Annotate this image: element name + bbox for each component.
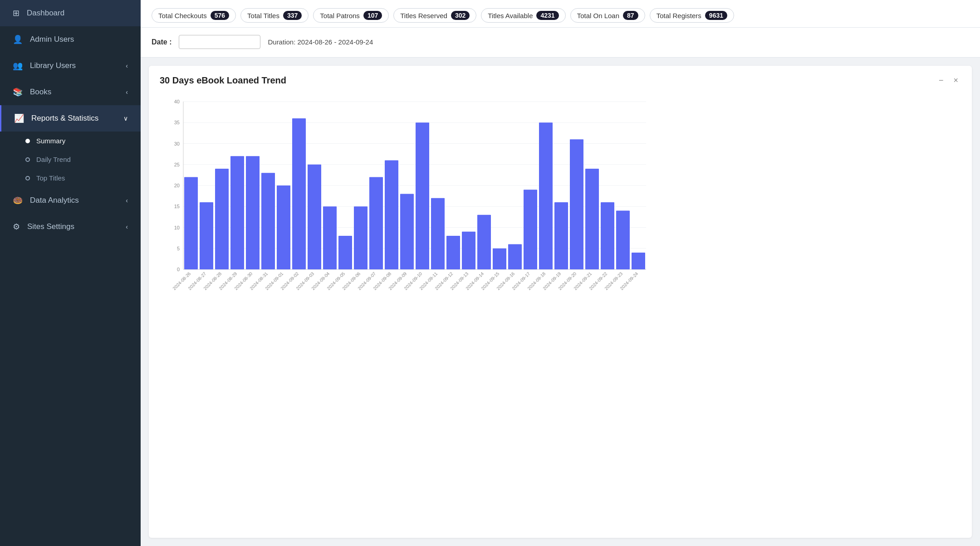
stat-total-registers: Total Registers 9631 <box>650 8 734 23</box>
duration-text: Duration: 2024-08-26 - 2024-09-24 <box>268 38 373 46</box>
stat-value: 302 <box>451 11 470 20</box>
chart-area: 30 Days eBook Loaned Trend − × 051015202… <box>149 66 972 538</box>
sidebar-item-reports[interactable]: 📈 Reports & Statistics ∨ <box>0 105 141 132</box>
svg-text:0: 0 <box>177 267 180 272</box>
stat-value: 337 <box>283 11 302 20</box>
svg-rect-30 <box>261 173 275 269</box>
date-row: Date : Duration: 2024-08-26 - 2024-09-24 <box>141 28 980 58</box>
svg-text:25: 25 <box>174 162 180 167</box>
stat-value: 4231 <box>536 11 559 20</box>
svg-text:40: 40 <box>174 99 180 104</box>
chart-header: 30 Days eBook Loaned Trend − × <box>160 75 961 86</box>
stat-value: 107 <box>363 11 382 20</box>
dot-icon <box>25 176 30 180</box>
svg-rect-36 <box>308 165 321 269</box>
sidebar-sub-label: Summary <box>36 137 65 145</box>
chevron-icon: ‹ <box>126 223 128 230</box>
stat-total-patrons: Total Patrons 107 <box>313 8 389 23</box>
reports-icon: 📈 <box>14 113 24 123</box>
svg-rect-76 <box>616 211 630 270</box>
stat-value: 87 <box>623 11 638 20</box>
dot-icon <box>25 157 30 162</box>
stat-label: Total Checkouts <box>158 12 207 20</box>
sidebar-item-dashboard[interactable]: ⊞ Dashboard <box>0 0 141 26</box>
chart-controls: − × <box>936 75 961 86</box>
chevron-icon: ‹ <box>126 88 128 96</box>
svg-rect-28 <box>246 156 260 269</box>
chevron-down-icon: ∨ <box>123 115 128 122</box>
dashboard-icon: ⊞ <box>13 8 20 18</box>
sidebar-item-label: Reports & Statistics <box>31 114 98 123</box>
chart-close-button[interactable]: × <box>951 75 961 86</box>
stat-label: Titles Reserved <box>400 12 447 20</box>
svg-rect-20 <box>184 177 198 270</box>
stat-label: Titles Available <box>488 12 533 20</box>
svg-rect-42 <box>354 206 368 269</box>
stat-value: 9631 <box>705 11 727 20</box>
sidebar-sub-item-summary[interactable]: Summary <box>0 132 141 150</box>
svg-rect-24 <box>215 169 229 269</box>
sidebar-item-admin-users[interactable]: 👤 Admin Users <box>0 26 141 53</box>
chart-minimize-button[interactable]: − <box>936 75 946 86</box>
sidebar-item-books[interactable]: 📚 Books ‹ <box>0 79 141 105</box>
svg-rect-32 <box>277 185 290 269</box>
chevron-icon: ‹ <box>126 62 128 69</box>
data-analytics-icon: 🍩 <box>13 195 23 205</box>
svg-rect-56 <box>462 232 475 269</box>
date-input[interactable] <box>179 35 260 49</box>
stat-total-titles: Total Titles 337 <box>240 8 309 23</box>
books-icon: 📚 <box>13 87 23 97</box>
svg-rect-22 <box>200 202 213 269</box>
sidebar: ⊞ Dashboard 👤 Admin Users 👥 Library User… <box>0 0 141 546</box>
svg-rect-48 <box>400 194 414 270</box>
svg-rect-46 <box>385 161 398 270</box>
stat-total-on-loan: Total On Loan 87 <box>570 8 645 23</box>
admin-users-icon: 👤 <box>13 34 23 44</box>
stat-titles-available: Titles Available 4231 <box>481 8 565 23</box>
sidebar-sub-item-top-titles[interactable]: Top Titles <box>0 169 141 187</box>
svg-text:5: 5 <box>177 246 180 251</box>
svg-rect-26 <box>230 156 244 269</box>
bar-chart-container: 05101520253035402024-08-262024-08-272024… <box>160 93 961 310</box>
stat-titles-reserved: Titles Reserved 302 <box>393 8 476 23</box>
chevron-icon: ‹ <box>126 197 128 204</box>
svg-rect-64 <box>524 190 537 269</box>
stat-label: Total Patrons <box>320 12 360 20</box>
stat-label: Total Registers <box>657 12 701 20</box>
svg-rect-66 <box>539 122 553 269</box>
library-users-icon: 👥 <box>13 61 23 71</box>
svg-text:35: 35 <box>174 120 180 125</box>
sidebar-item-data-analytics[interactable]: 🍩 Data Analytics ‹ <box>0 187 141 214</box>
svg-rect-62 <box>508 244 522 270</box>
sidebar-item-sites-settings[interactable]: ⚙ Sites Settings ‹ <box>0 214 141 240</box>
sidebar-sub-label: Daily Trend <box>36 156 71 163</box>
svg-rect-72 <box>585 169 599 269</box>
svg-rect-68 <box>554 202 568 269</box>
chart-title: 30 Days eBook Loaned Trend <box>160 75 286 86</box>
svg-text:10: 10 <box>174 225 180 230</box>
svg-rect-44 <box>369 177 383 270</box>
svg-rect-60 <box>493 249 506 269</box>
sidebar-item-label: Data Analytics <box>30 196 79 205</box>
sidebar-sub-label: Top Titles <box>36 174 65 182</box>
stats-bar: Total Checkouts 576 Total Titles 337 Tot… <box>141 0 980 28</box>
sidebar-sub-item-daily-trend[interactable]: Daily Trend <box>0 150 141 169</box>
stat-total-checkouts: Total Checkouts 576 <box>152 8 236 23</box>
sidebar-item-label: Admin Users <box>30 35 74 44</box>
date-label: Date : <box>152 38 172 46</box>
svg-rect-50 <box>416 122 429 269</box>
sidebar-item-library-users[interactable]: 👥 Library Users ‹ <box>0 53 141 79</box>
svg-rect-78 <box>632 253 645 269</box>
svg-rect-58 <box>477 215 491 269</box>
bar-chart: 05101520253035402024-08-262024-08-272024… <box>160 93 660 310</box>
sidebar-item-label: Dashboard <box>27 9 64 18</box>
svg-text:15: 15 <box>174 204 180 209</box>
stat-value: 576 <box>211 11 229 20</box>
svg-rect-54 <box>446 236 460 269</box>
main-content: Total Checkouts 576 Total Titles 337 Tot… <box>141 0 980 546</box>
stat-label: Total On Loan <box>577 12 619 20</box>
svg-text:30: 30 <box>174 141 180 146</box>
svg-rect-70 <box>570 139 583 269</box>
svg-rect-52 <box>431 198 445 269</box>
svg-rect-34 <box>292 118 306 269</box>
